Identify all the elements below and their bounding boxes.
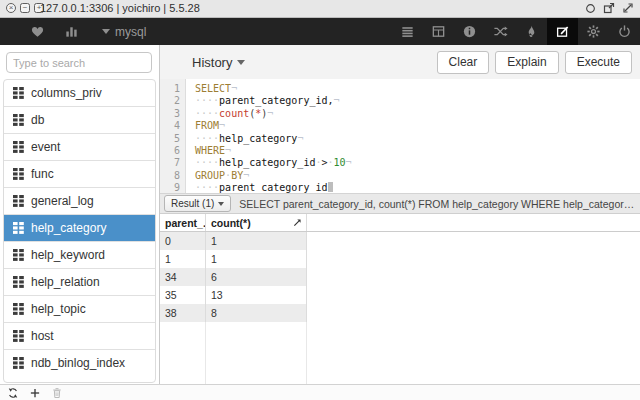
column-header-label: count(*) <box>211 214 251 231</box>
sidebar-item-help_keyword[interactable]: help_keyword <box>4 242 155 269</box>
list-icon[interactable] <box>392 18 423 45</box>
table-grid-icon <box>13 330 24 342</box>
query-edit-icon[interactable] <box>547 18 578 45</box>
table-name: help_topic <box>31 302 86 316</box>
table-name: event <box>31 140 60 154</box>
result-cell: 0 <box>160 232 206 250</box>
open-in-browser-icon[interactable] <box>603 2 615 14</box>
delete-icon[interactable] <box>51 387 63 399</box>
chevron-down-icon <box>218 202 224 206</box>
table-grid-icon <box>13 303 24 315</box>
result-header-row: parent_... count(*) <box>160 214 640 232</box>
clear-button[interactable]: Clear <box>437 51 490 74</box>
table-name: db <box>31 113 44 127</box>
chevron-down-icon <box>237 60 245 65</box>
shuffle-icon[interactable] <box>485 18 516 45</box>
result-cell: 1 <box>160 250 206 268</box>
power-icon[interactable] <box>609 18 640 45</box>
result-row: 34 6 <box>160 268 640 286</box>
result-tab-dropdown[interactable]: Result (1) <box>164 195 231 212</box>
sidebar-item-general_log[interactable]: general_log <box>4 188 155 215</box>
history-dropdown[interactable]: History <box>192 55 245 70</box>
column-header-parent[interactable]: parent_... <box>160 214 206 231</box>
table-name: general_log <box>31 194 94 208</box>
table-name: help_keyword <box>31 248 105 262</box>
result-cell: 1 <box>206 250 307 268</box>
gear-icon[interactable] <box>578 18 609 45</box>
table-grid-icon <box>13 168 24 180</box>
table-icon[interactable] <box>423 18 454 45</box>
sidebar-item-func[interactable]: func <box>4 161 155 188</box>
table-list: columns_priv db event func general_log h… <box>3 79 156 383</box>
editor-code[interactable]: SELECT¬····parent_category_id,¬····count… <box>186 79 640 193</box>
column-header-count[interactable]: count(*) <box>206 214 307 231</box>
sidebar-item-help_relation[interactable]: help_relation <box>4 269 155 296</box>
table-grid-icon <box>13 222 24 234</box>
table-name: func <box>31 167 54 181</box>
table-grid-icon <box>13 114 24 126</box>
query-header: History Clear Explain Execute <box>160 45 640 79</box>
execute-button[interactable]: Execute <box>565 51 632 74</box>
fullscreen-icon[interactable] <box>622 2 634 14</box>
table-grid-icon <box>13 249 24 261</box>
pin-column-icon[interactable] <box>293 218 302 227</box>
result-cell: 38 <box>160 304 206 322</box>
window-titlebar: × − + 127.0.0.1:3306 | yoichiro | 5.5.28 <box>0 0 640 18</box>
result-cell: 34 <box>160 268 206 286</box>
sidebar-item-help_topic[interactable]: help_topic <box>4 296 155 323</box>
sidebar-item-columns_priv[interactable]: columns_priv <box>4 80 155 107</box>
sidebar-item-ndb_binlog_index[interactable]: ndb_binlog_index <box>4 350 155 376</box>
table-grid-icon <box>13 357 24 369</box>
sidebar-item-host[interactable]: host <box>4 323 155 350</box>
query-panel: History Clear Explain Execute 123456789 … <box>160 45 640 384</box>
history-label: History <box>192 55 232 70</box>
result-table: parent_... count(*) 0 1 1 1 34 6 <box>160 214 640 384</box>
search-input[interactable] <box>6 52 152 73</box>
table-grid-icon <box>13 195 24 207</box>
flame-icon[interactable] <box>516 18 547 45</box>
result-row: 35 13 <box>160 286 640 304</box>
result-cell: 35 <box>160 286 206 304</box>
table-name: ndb_binlog_index <box>31 356 125 370</box>
app-window: × − + 127.0.0.1:3306 | yoichiro | 5.5.28 <box>0 0 640 400</box>
table-grid-icon <box>13 276 24 288</box>
result-row: 1 1 <box>160 250 640 268</box>
database-selector[interactable]: mysql <box>102 25 146 39</box>
sidebar-item-db[interactable]: db <box>4 107 155 134</box>
refresh-icon[interactable] <box>7 387 19 399</box>
executed-query-summary: SELECT parent_category_id, count(*) FROM… <box>239 198 640 210</box>
result-cell: 13 <box>206 286 307 304</box>
result-row: 0 1 <box>160 232 640 250</box>
chevron-down-icon <box>102 29 110 34</box>
database-name: mysql <box>115 25 146 39</box>
toolbar-panels <box>392 18 640 45</box>
chart-icon[interactable] <box>54 18 88 45</box>
window-frame-actions <box>585 2 634 14</box>
column-divider <box>205 322 206 384</box>
table-name: columns_priv <box>31 86 102 100</box>
column-divider <box>306 322 307 384</box>
sidebar-footer-toolbar <box>0 384 640 400</box>
record-icon[interactable] <box>585 3 596 14</box>
table-grid-icon <box>13 141 24 153</box>
result-cell: 6 <box>206 268 307 286</box>
table-grid-icon <box>13 87 24 99</box>
column-header-label: parent_... <box>165 214 206 231</box>
info-icon[interactable] <box>454 18 485 45</box>
result-tab-bar: Result (1) SELECT parent_category_id, co… <box>160 193 640 214</box>
result-cell: 8 <box>206 304 307 322</box>
explain-button[interactable]: Explain <box>495 51 558 74</box>
editor-gutter: 123456789 <box>160 79 186 193</box>
sidebar: columns_priv db event func general_log h… <box>0 45 160 384</box>
favorite-icon[interactable] <box>20 18 54 45</box>
add-icon[interactable] <box>29 387 41 399</box>
table-name: help_category <box>31 221 106 235</box>
main-toolbar: mysql <box>0 18 640 45</box>
table-name: help_relation <box>31 275 100 289</box>
result-tab-label: Result (1) <box>171 198 214 209</box>
sidebar-item-event[interactable]: event <box>4 134 155 161</box>
result-cell: 1 <box>206 232 307 250</box>
sidebar-item-help_category[interactable]: help_category <box>4 215 155 242</box>
window-title: 127.0.0.1:3306 | yoichiro | 5.5.28 <box>0 0 640 17</box>
sql-editor[interactable]: 123456789 SELECT¬····parent_category_id,… <box>160 79 640 193</box>
